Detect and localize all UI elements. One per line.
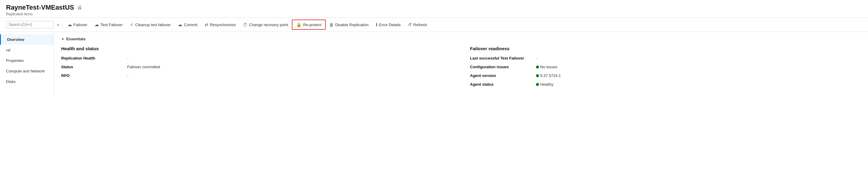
status-dot: [536, 83, 539, 86]
toolbar-btn-commit[interactable]: ☁Commit: [174, 20, 201, 29]
failover-label: Failover: [73, 23, 87, 27]
page-container: RayneTest-VMEastUS 🖨 Replicated items « …: [0, 0, 868, 190]
cleanup-test-failover-label: Cleanup test failover: [135, 23, 171, 27]
failover-readiness-title: Failover readiness: [470, 46, 861, 51]
content-area: ▼ Essentials Health and status Replicati…: [54, 32, 868, 96]
field-label: Configuration issues: [470, 65, 536, 69]
cleanup-test-failover-icon: ✓: [130, 22, 134, 27]
toolbar-btn-failover[interactable]: ☁Failover: [64, 20, 91, 29]
toolbar-actions: ☁Failover☁Test Failover✓Cleanup test fai…: [64, 20, 431, 30]
resynchronize-icon: ⇄: [205, 22, 209, 27]
sidebar-item-overview[interactable]: Overview: [0, 34, 54, 45]
health-status-title: Health and status: [61, 46, 452, 51]
field-value: -: [127, 56, 128, 60]
field-label: Last successful Test Failover: [470, 56, 536, 60]
field-value: -: [536, 56, 537, 60]
collapse-button[interactable]: «: [55, 21, 61, 28]
field-label: Agent status: [470, 82, 536, 87]
header-title-row: RayneTest-VMEastUS 🖨: [6, 4, 862, 11]
header: RayneTest-VMEastUS 🖨 Replicated items: [0, 0, 868, 18]
toolbar-btn-refresh[interactable]: ↺Refresh: [404, 20, 431, 29]
re-protect-icon: 🔒: [296, 22, 302, 27]
failover-icon: ☁: [67, 22, 72, 27]
toolbar-btn-disable-replication[interactable]: 🗑Disable Replication: [326, 21, 372, 29]
field-value: -: [127, 73, 128, 78]
toolbar-search: «: [6, 21, 61, 28]
sidebar-item-properties[interactable]: Properties: [0, 55, 54, 66]
field-label: RPO: [61, 73, 127, 78]
toolbar-btn-test-failover[interactable]: ☁Test Failover: [91, 20, 126, 29]
refresh-label: Refresh: [413, 23, 427, 27]
commit-label: Commit: [184, 23, 197, 27]
sidebar: OverviewralPropertiesCompute and Network…: [0, 32, 54, 96]
status-text: 9.37.5724.1: [540, 73, 561, 78]
health-status-column: Health and status Replication Health-Sta…: [61, 46, 452, 91]
sidebar-item-general[interactable]: ral: [0, 45, 54, 55]
test-failover-icon: ☁: [94, 22, 99, 27]
disable-replication-label: Disable Replication: [335, 23, 369, 27]
field-row: Configuration issuesNo issues: [470, 65, 861, 69]
field-row: Agent statusHealthy: [470, 82, 861, 87]
main-content: OverviewralPropertiesCompute and Network…: [0, 32, 868, 96]
disable-replication-icon: 🗑: [329, 22, 334, 27]
field-row: Replication Health-: [61, 56, 452, 60]
page-title: RayneTest-VMEastUS: [6, 4, 74, 11]
field-label: Agent version: [470, 73, 536, 78]
error-details-label: Error Details: [379, 23, 401, 27]
header-subtitle: Replicated items: [6, 12, 862, 16]
two-column-layout: Health and status Replication Health-Sta…: [61, 46, 861, 91]
sidebar-item-disks[interactable]: Disks: [0, 76, 54, 87]
field-value: Healthy: [536, 82, 553, 87]
search-input[interactable]: [6, 21, 54, 28]
field-label: Replication Health: [61, 56, 127, 60]
essentials-chevron: ▼: [61, 37, 64, 41]
toolbar-divider: [62, 21, 63, 28]
refresh-icon: ↺: [408, 22, 412, 27]
status-text: No issues: [540, 65, 557, 69]
toolbar: « ☁Failover☁Test Failover✓Cleanup test f…: [0, 18, 868, 32]
test-failover-label: Test Failover: [100, 23, 123, 27]
field-row: StatusFailover committed: [61, 65, 452, 69]
essentials-label: Essentials: [66, 37, 86, 41]
toolbar-btn-change-recovery-point[interactable]: ⏱Change recovery point: [239, 21, 292, 29]
toolbar-btn-cleanup-test-failover[interactable]: ✓Cleanup test failover: [126, 20, 175, 29]
status-dot: [536, 74, 539, 77]
sidebar-item-compute-network[interactable]: Compute and Network: [0, 66, 54, 76]
commit-icon: ☁: [178, 22, 182, 27]
toolbar-btn-resynchronize[interactable]: ⇄Resynchronize: [201, 20, 239, 29]
field-row: RPO-: [61, 73, 452, 78]
status-badge: 9.37.5724.1: [536, 73, 561, 78]
print-icon[interactable]: 🖨: [77, 5, 82, 10]
field-label: Status: [61, 65, 127, 69]
change-recovery-point-label: Change recovery point: [249, 23, 288, 27]
status-badge: Healthy: [536, 82, 553, 87]
field-row: Last successful Test Failover-: [470, 56, 861, 60]
field-value: No issues: [536, 65, 557, 69]
re-protect-label: Re-protect: [303, 23, 321, 27]
field-row: Agent version9.37.5724.1: [470, 73, 861, 78]
failover-readiness-column: Failover readiness Last successful Test …: [470, 46, 861, 91]
status-badge: No issues: [536, 65, 557, 69]
status-dot: [536, 65, 539, 69]
toolbar-btn-re-protect[interactable]: 🔒Re-protect: [292, 20, 326, 30]
change-recovery-point-icon: ⏱: [243, 22, 247, 27]
field-value: 9.37.5724.1: [536, 73, 561, 78]
resynchronize-label: Resynchronize: [210, 23, 236, 27]
field-value: Failover committed: [127, 65, 160, 69]
status-text: Healthy: [540, 82, 553, 87]
error-details-icon: ℹ: [376, 22, 378, 27]
toolbar-btn-error-details[interactable]: ℹError Details: [372, 20, 404, 29]
essentials-header[interactable]: ▼ Essentials: [61, 37, 861, 41]
